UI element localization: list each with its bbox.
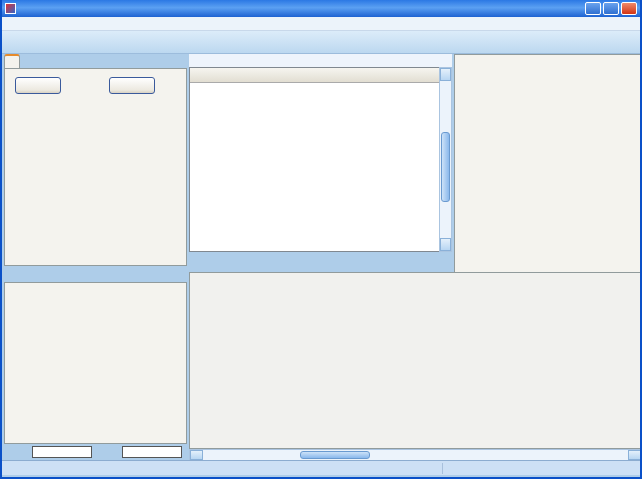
correlation-line	[455, 246, 641, 257]
balance-button[interactable]	[109, 77, 155, 94]
absorption-dynamics-panel	[189, 272, 642, 449]
user-status	[442, 463, 640, 474]
app-icon	[5, 3, 16, 14]
calibration-panel	[454, 54, 642, 286]
toolbar	[2, 31, 640, 54]
results-table	[189, 67, 452, 252]
aa-progress	[32, 446, 92, 458]
flame-params-panel	[4, 282, 187, 444]
results-table-header	[190, 68, 451, 83]
calibration-chart	[455, 70, 641, 242]
table-scroll-thumb[interactable]	[441, 132, 450, 202]
scroll-left-icon[interactable]	[190, 450, 203, 460]
scroll-down-icon[interactable]	[440, 238, 451, 251]
trace-chart	[190, 273, 641, 448]
trace-scroll-thumb[interactable]	[300, 451, 370, 459]
execute-params-button[interactable]	[15, 77, 61, 94]
minimize-button[interactable]	[585, 2, 601, 15]
status-bar	[2, 460, 640, 475]
signal-bars	[4, 446, 187, 460]
instrument-params-panel	[4, 68, 187, 266]
param-tab-strip	[4, 54, 187, 69]
flame-tab-strip	[4, 268, 187, 283]
title-bar[interactable]	[2, 0, 640, 17]
project-name-header	[189, 54, 452, 67]
menu-bar	[2, 17, 640, 31]
dynamics-tab-strip	[189, 258, 642, 273]
app-window	[0, 0, 642, 479]
table-vertical-scrollbar[interactable]	[439, 67, 452, 252]
scroll-right-icon[interactable]	[628, 450, 641, 460]
close-button[interactable]	[621, 2, 637, 15]
maximize-button[interactable]	[603, 2, 619, 15]
bg-progress	[122, 446, 182, 458]
tab-instrument-params[interactable]	[4, 54, 20, 69]
scroll-up-icon[interactable]	[440, 68, 451, 81]
